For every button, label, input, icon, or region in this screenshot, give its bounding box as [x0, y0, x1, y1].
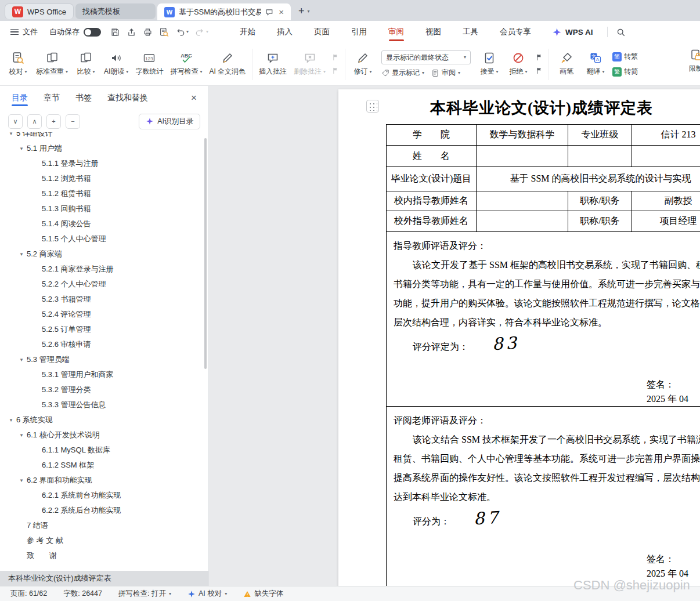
- table-move-handle[interactable]: [366, 100, 379, 113]
- expander-icon[interactable]: ▾: [16, 477, 27, 483]
- menu-tab[interactable]: 引用: [350, 21, 368, 43]
- title-label-cell[interactable]: 职称/职务: [568, 191, 632, 211]
- outline-item[interactable]: ▾ 5.1.4 阅读公告: [0, 216, 208, 231]
- show-markup-button[interactable]: 显示标记▾: [381, 68, 424, 78]
- word-count-indicator[interactable]: 字数: 26447: [63, 589, 102, 599]
- zoom-out-outline-button[interactable]: −: [66, 114, 80, 129]
- title-value-cell[interactable]: 副教授: [632, 191, 700, 211]
- menu-tab[interactable]: 工具: [461, 21, 479, 43]
- accept-button[interactable]: 接受▾: [475, 49, 504, 79]
- translate-button[interactable]: 翻译▾: [581, 49, 610, 79]
- redo-button[interactable]: ▾: [195, 27, 208, 37]
- outline-item[interactable]: ▾ 5.2.4 评论管理: [0, 307, 208, 322]
- outline-item[interactable]: ▾ 5.3 管理员端: [0, 352, 208, 367]
- outline-item[interactable]: ▾ 5.3.2 管理分类: [0, 382, 208, 397]
- expander-icon[interactable]: ▾: [6, 417, 16, 423]
- simplified-to-traditional-button[interactable]: 简 转繁: [612, 52, 638, 61]
- close-tab-icon[interactable]: ×: [279, 7, 284, 17]
- title-value-cell[interactable]: 项目经理: [632, 211, 700, 232]
- zoom-in-outline-button[interactable]: +: [46, 114, 61, 129]
- outline-item[interactable]: ▾ 6 系统实现: [0, 412, 208, 428]
- outline-item[interactable]: ▾ 6.2.1 系统前台功能实现: [0, 488, 208, 503]
- outline-item[interactable]: ▾ 6.1.1 MySQL 数据库: [0, 443, 208, 458]
- document-page[interactable]: 本科毕业论文(设计)成绩评定表 学 院 数学与数据科学 专业班级 信计 213 …: [338, 89, 700, 586]
- outline-item[interactable]: ▾ 5.2.5 订单管理: [0, 322, 208, 337]
- track-changes-button[interactable]: 修订▾: [348, 49, 377, 79]
- empty-cell[interactable]: [477, 146, 568, 167]
- print-button[interactable]: [143, 27, 153, 37]
- export-button[interactable]: [127, 27, 136, 37]
- menu-tab[interactable]: 开始: [239, 21, 257, 43]
- class-label-cell[interactable]: 专业班级: [568, 125, 632, 146]
- page-indicator[interactable]: 页面: 61/62: [10, 589, 47, 599]
- file-menu-button[interactable]: 文件: [7, 24, 41, 39]
- ai-proofread-status[interactable]: AI 校对▾: [187, 589, 227, 599]
- college-label-cell[interactable]: 学 院: [387, 125, 477, 146]
- empty-cell[interactable]: [477, 191, 568, 211]
- ai-polish-button[interactable]: AI 全文润色: [205, 49, 249, 79]
- empty-cell[interactable]: [568, 146, 632, 167]
- previous-change-button[interactable]: [535, 53, 543, 61]
- document-tab[interactable]: W 基于SSM的高校旧书交易系统 ×: [157, 3, 291, 20]
- panel-tab[interactable]: 章节: [44, 86, 60, 110]
- reviewer-comment-cell[interactable]: 评阅老师评语及评分： 该论文结合 SSM 技术框架开发了一个高校旧书交易系统，实…: [387, 407, 700, 586]
- class-value-cell[interactable]: 信计 213: [632, 125, 700, 146]
- menu-tab[interactable]: 页面: [313, 21, 331, 43]
- traditional-to-simplified-button[interactable]: 繁 转简: [612, 67, 638, 77]
- undo-button[interactable]: ▾: [175, 27, 189, 37]
- advisor-comment-cell[interactable]: 指导教师评语及评分： 该论文开发了基于 SSM 框架的高校旧书交易系统，实现了书…: [387, 232, 700, 406]
- expander-icon[interactable]: ▾: [16, 357, 27, 363]
- topic-label-cell[interactable]: 毕业论文(设计)题目: [387, 167, 477, 191]
- ai-recognize-button[interactable]: AI识别目录: [139, 114, 200, 129]
- outline-item[interactable]: ▾ 6.2 界面和功能实现: [0, 473, 208, 488]
- template-tab[interactable]: 找稿壳模板: [75, 3, 156, 19]
- menu-tab[interactable]: 视图: [424, 21, 442, 43]
- name-label-cell[interactable]: 姓 名: [387, 146, 477, 167]
- previous-comment-button[interactable]: [331, 53, 340, 61]
- ai-read-button[interactable]: AI朗读▾: [100, 49, 132, 79]
- outline-item[interactable]: ▾ 5.2.1 商家登录与注册: [0, 262, 208, 277]
- outline-item[interactable]: ▾ 5.1.5 个人中心管理: [0, 231, 208, 247]
- proofread-button[interactable]: 校对▾: [3, 49, 33, 79]
- search-icon[interactable]: [616, 27, 626, 37]
- wps-ai-button[interactable]: WPS AI: [552, 27, 593, 37]
- plagiarism-check-button[interactable]: 标准查重▾: [33, 49, 71, 79]
- autosave-control[interactable]: 自动保存: [49, 27, 101, 37]
- next-change-button[interactable]: [535, 67, 543, 75]
- word-count-button[interactable]: 字数统计: [132, 49, 167, 79]
- outline-item[interactable]: ▾ 5.1.3 回购书籍: [0, 201, 208, 216]
- expander-icon[interactable]: ▾: [16, 251, 27, 257]
- next-comment-button[interactable]: [331, 67, 340, 75]
- outline-item[interactable]: ▾ 5.2.2 个人中心管理: [0, 277, 208, 292]
- print-preview-button[interactable]: [159, 27, 169, 37]
- outline-item[interactable]: ▾ 5.1.2 浏览书籍: [0, 171, 208, 186]
- outline-item[interactable]: ▾ 5.2.3 书籍管理: [0, 292, 208, 307]
- outline-item[interactable]: ▾ 6.1.2 SSM 框架: [0, 458, 208, 473]
- insert-comment-button[interactable]: 插入批注: [255, 49, 290, 79]
- outline-item[interactable]: ▾ 5.1.2 租赁书籍: [0, 186, 208, 201]
- restrict-edit-button[interactable]: 限制: [681, 46, 700, 77]
- reject-button[interactable]: 拒绝▾: [504, 49, 533, 79]
- outline-item[interactable]: ▾ 致 谢: [0, 548, 208, 563]
- autosave-toggle[interactable]: [84, 28, 101, 37]
- menu-tab[interactable]: 会员专享: [499, 21, 532, 43]
- outline-item[interactable]: ▾ 本科毕业论文(设计)成绩评定表: [0, 571, 208, 586]
- expander-icon[interactable]: ▾: [16, 432, 27, 438]
- outline-item[interactable]: ▾ 5.2.6 审核申请: [0, 337, 208, 352]
- menu-tab[interactable]: 审阅: [387, 21, 405, 43]
- outline-item[interactable]: ▾ 5.3.3 管理公告信息: [0, 397, 208, 412]
- new-tab-button[interactable]: + ▾: [293, 5, 316, 17]
- internal-advisor-label-cell[interactable]: 校内指导教师姓名: [387, 191, 477, 211]
- outline-item[interactable]: ▾ 6.2.2 系统后台功能实现: [0, 503, 208, 518]
- close-panel-icon[interactable]: ×: [191, 92, 197, 104]
- highlighter-button[interactable]: 画笔: [552, 49, 581, 79]
- outline-item[interactable]: ▾ 5.1 用户端: [0, 141, 208, 156]
- delete-comment-button[interactable]: 删除批注▾: [290, 49, 329, 79]
- expander-icon[interactable]: ▾: [16, 146, 27, 151]
- menu-tab[interactable]: 插入: [276, 21, 294, 43]
- panel-tab[interactable]: 书签: [75, 86, 92, 110]
- outline-item[interactable]: ▾ 参 考 文 献: [0, 533, 208, 548]
- missing-font-warning[interactable]: 缺失字体: [243, 589, 283, 599]
- empty-cell[interactable]: [477, 211, 568, 232]
- document-canvas[interactable]: 本科毕业论文(设计)成绩评定表 学 院 数学与数据科学 专业班级 信计 213 …: [209, 86, 700, 586]
